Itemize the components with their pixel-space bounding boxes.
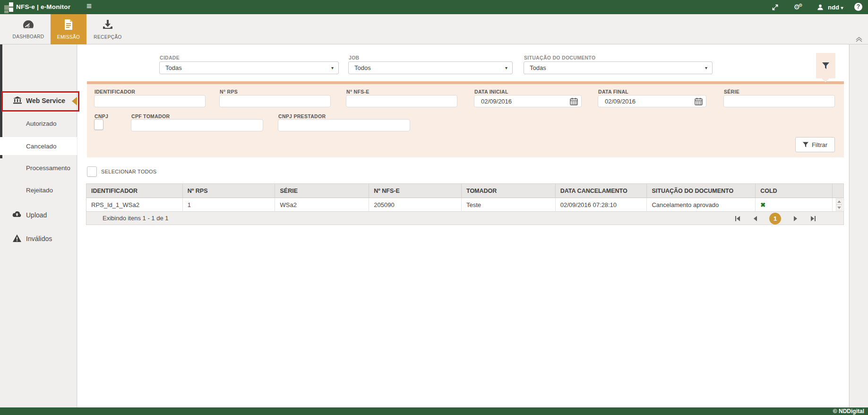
sidebar-group-web-service[interactable]: Web Service: [0, 92, 77, 110]
sidebar-item-rejeitado[interactable]: Rejeitado: [0, 181, 77, 199]
table-row[interactable]: RPS_Id_1_WSa2 1 WSa2 205090 Teste 02/09/…: [86, 198, 843, 211]
scroll-up-icon[interactable]: [836, 199, 842, 205]
col-situacao[interactable]: SITUAÇÃO DO DOCUMENTO: [647, 184, 756, 198]
situacao-select[interactable]: Todas ▾: [524, 61, 713, 74]
col-rps[interactable]: Nº RPS: [183, 184, 275, 198]
module-toolbar: DASHBOARD EMISSÃO RECEPÇÃO: [0, 14, 868, 44]
sidebar-group-label: Web Service: [26, 97, 65, 104]
scroll-down-icon[interactable]: [836, 205, 842, 211]
col-data-cancelamento[interactable]: DATA CANCELAMENTO: [556, 184, 647, 198]
chevron-down-icon: ▾: [841, 5, 843, 10]
user-icon[interactable]: [816, 3, 825, 11]
situacao-label: SITUAÇÃO DO DOCUMENTO: [524, 55, 595, 61]
copyright-label: © NDDigital: [833, 408, 864, 415]
job-select[interactable]: Todos ▾: [348, 61, 513, 74]
pagination-controls: 1: [734, 212, 816, 225]
cold-x-icon: ✖: [760, 201, 765, 208]
tab-emissao[interactable]: EMISSÃO: [51, 14, 86, 44]
cell-cold: ✖: [756, 198, 833, 211]
cloud-upload-icon: [12, 211, 22, 219]
sidebar-item-label: Processamento: [26, 164, 70, 172]
settings-gears-icon[interactable]: ⚙⚙: [793, 3, 803, 11]
serie-input[interactable]: [723, 95, 835, 107]
n-rps-input[interactable]: [219, 95, 331, 107]
select-all-checkbox[interactable]: [87, 166, 97, 177]
situacao-value: Todas: [530, 64, 546, 71]
chevron-down-icon: ▾: [705, 65, 707, 70]
cidade-select[interactable]: Todas ▾: [159, 61, 339, 74]
last-page-icon[interactable]: [809, 215, 816, 222]
filtrar-button-label: Filtrar: [812, 141, 827, 148]
tab-recepcao-label: RECEPÇÃO: [94, 35, 121, 40]
sidebar-item-processamento[interactable]: Processamento: [0, 159, 77, 177]
col-serie[interactable]: SÉRIE: [275, 184, 369, 198]
sidebar-item-label: Autorizado: [26, 120, 57, 127]
sidebar-item-cancelado[interactable]: Cancelado: [0, 137, 77, 155]
cnpj-prestador-label: CNPJ PRESTADOR: [278, 113, 326, 119]
data-inicial-label: DATA INICIAL: [474, 89, 508, 95]
cnpj-checkbox[interactable]: [94, 119, 103, 130]
funnel-icon: [803, 142, 808, 147]
calendar-icon[interactable]: [695, 97, 703, 105]
col-nfse[interactable]: Nº NFS-E: [369, 184, 462, 198]
identificador-label: IDENTIFICADOR: [95, 89, 135, 95]
next-page-icon[interactable]: [792, 215, 799, 222]
col-identificador[interactable]: IDENTIFICADOR: [86, 184, 183, 198]
sidebar-item-label: Inválidos: [26, 235, 52, 242]
bank-icon: [13, 96, 22, 105]
top-bar: NFS-e | e-Monitor ≡ ⚙⚙ ndd ▾ ?: [0, 0, 868, 14]
current-page-button[interactable]: 1: [769, 213, 781, 225]
cell-identificador: RPS_Id_1_WSa2: [86, 198, 183, 211]
chevron-down-icon: ▾: [505, 65, 507, 70]
data-inicial-input[interactable]: [474, 95, 582, 107]
fullscreen-icon[interactable]: [770, 3, 780, 11]
sidebar-item-label: Upload: [26, 211, 47, 219]
user-menu[interactable]: ndd ▾: [828, 4, 843, 11]
cell-tomador: Teste: [462, 198, 556, 211]
sidebar-item-invalidos[interactable]: Inválidos: [0, 230, 77, 248]
cell-rps: 1: [183, 198, 275, 211]
first-page-icon[interactable]: [734, 215, 741, 222]
select-all-label: SELECIONAR TODOS: [101, 169, 156, 174]
user-name-label: ndd: [828, 4, 839, 11]
cpf-tomador-label: CPF TOMADOR: [131, 113, 170, 119]
tab-emissao-label: EMISSÃO: [57, 35, 80, 40]
funnel-icon: [822, 62, 829, 69]
filter-panel-pointer: [822, 78, 829, 82]
sidebar-item-autorizado[interactable]: Autorizado: [0, 114, 77, 132]
col-cold[interactable]: COLD: [756, 184, 833, 198]
previous-page-icon[interactable]: [752, 215, 758, 222]
cidade-label: CIDADE: [160, 55, 180, 61]
menu-hamburger-icon[interactable]: ≡: [86, 1, 92, 11]
cell-data-cancelamento: 02/09/2016 07:28:10: [556, 198, 647, 211]
serie-label: SÉRIE: [724, 89, 739, 95]
cell-situacao: Cancelamento aprovado: [647, 198, 756, 211]
collapse-toolbar-icon[interactable]: [855, 36, 865, 43]
help-icon[interactable]: ?: [854, 3, 862, 11]
n-nfse-label: N° NFS-E: [346, 89, 370, 95]
download-tray-icon: [102, 19, 113, 32]
identificador-input[interactable]: [94, 95, 206, 107]
data-final-input[interactable]: [598, 95, 706, 107]
dashboard-gauge-icon: [22, 19, 34, 32]
col-spacer: [833, 184, 843, 198]
n-nfse-input[interactable]: [346, 95, 457, 107]
calendar-icon[interactable]: [570, 97, 578, 105]
cnpj-prestador-input[interactable]: [278, 119, 410, 131]
app-window: NFS-e | e-Monitor ≡ ⚙⚙ ndd ▾ ? DASHBOARD: [0, 0, 868, 415]
cnpj-label: CNPJ: [95, 113, 108, 119]
filtrar-button[interactable]: Filtrar: [795, 137, 835, 152]
tab-dashboard[interactable]: DASHBOARD: [9, 14, 48, 44]
table-vertical-scrollbar[interactable]: [836, 199, 842, 211]
n-rps-label: N° RPS: [220, 89, 238, 95]
sidebar-item-upload[interactable]: Upload: [0, 206, 77, 224]
tab-recepcao[interactable]: RECEPÇÃO: [89, 14, 127, 44]
tab-dashboard-label: DASHBOARD: [13, 34, 44, 39]
table-footer: Exibindo itens 1 - 1 de 1 1: [86, 211, 843, 225]
footer-bar: © NDDigital: [0, 407, 868, 415]
sidebar-item-label: Rejeitado: [26, 187, 53, 194]
filter-toggle-button[interactable]: [816, 53, 835, 78]
col-tomador[interactable]: TOMADOR: [462, 184, 556, 198]
active-item-caret: [72, 97, 77, 105]
cpf-tomador-input[interactable]: [131, 119, 263, 131]
